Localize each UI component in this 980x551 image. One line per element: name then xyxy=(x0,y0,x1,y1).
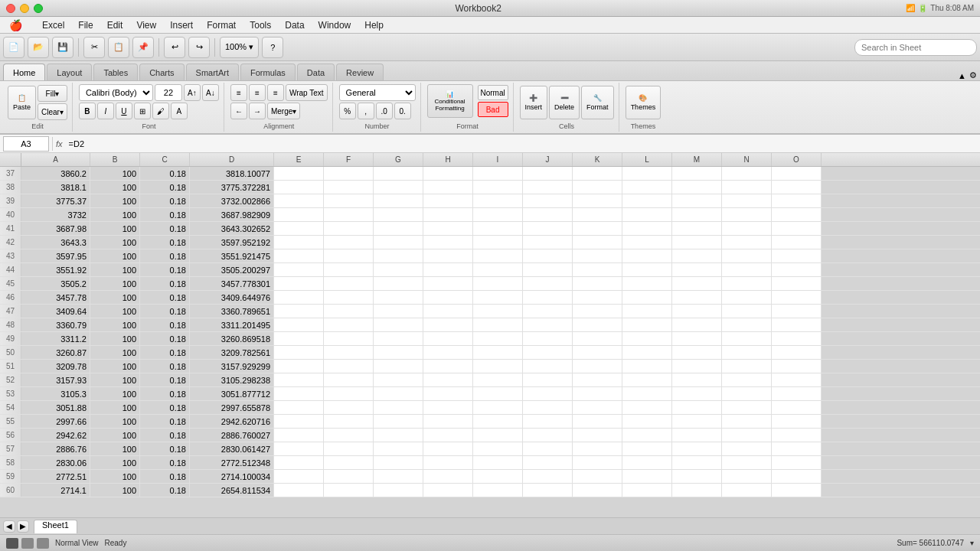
col-a-cell[interactable]: 3505.2 xyxy=(21,277,90,290)
col-a-cell[interactable]: 3105.3 xyxy=(21,387,90,400)
conditional-formatting-button[interactable]: 📊 Conditional Formatting xyxy=(427,84,473,118)
empty-cell[interactable] xyxy=(374,236,423,249)
help-toolbar-button[interactable]: ? xyxy=(262,37,283,58)
col-d-cell[interactable]: 3643.302652 xyxy=(190,222,274,235)
empty-cell[interactable] xyxy=(672,442,722,455)
empty-cell[interactable] xyxy=(622,456,672,469)
style-normal-box[interactable]: Normal xyxy=(478,85,508,100)
empty-cell[interactable] xyxy=(374,346,423,359)
col-c-cell[interactable]: 0.18 xyxy=(140,456,190,469)
col-a-cell[interactable]: 3818.1 xyxy=(21,181,90,194)
border-button[interactable]: ⊞ xyxy=(134,103,151,119)
col-d-cell[interactable]: 3311.201495 xyxy=(190,318,274,331)
empty-cell[interactable] xyxy=(722,429,772,442)
empty-cell[interactable] xyxy=(772,194,822,207)
empty-cell[interactable] xyxy=(672,415,722,428)
col-c-cell[interactable]: 0.18 xyxy=(140,305,190,318)
empty-cell[interactable] xyxy=(622,387,672,400)
empty-cell[interactable] xyxy=(573,291,622,304)
col-d-cell[interactable]: 3051.877712 xyxy=(190,387,274,400)
empty-cell[interactable] xyxy=(423,263,473,276)
empty-cell[interactable] xyxy=(324,360,374,373)
empty-cell[interactable] xyxy=(672,181,722,194)
menu-file[interactable]: File xyxy=(72,19,99,31)
col-b-cell[interactable]: 100 xyxy=(90,456,140,469)
empty-cell[interactable] xyxy=(473,387,523,400)
empty-cell[interactable] xyxy=(672,484,722,497)
empty-cell[interactable] xyxy=(722,208,772,221)
col-d-cell[interactable]: 3687.982909 xyxy=(190,208,274,221)
empty-cell[interactable] xyxy=(473,277,523,290)
col-header-l[interactable]: L xyxy=(622,153,672,166)
empty-cell[interactable] xyxy=(473,401,523,414)
empty-cell[interactable] xyxy=(473,291,523,304)
col-a-cell[interactable]: 2714.1 xyxy=(21,484,90,497)
menu-window[interactable]: Window xyxy=(312,19,358,31)
empty-cell[interactable] xyxy=(573,222,622,235)
col-b-cell[interactable]: 100 xyxy=(90,484,140,497)
empty-cell[interactable] xyxy=(324,167,374,180)
empty-cell[interactable] xyxy=(573,387,622,400)
empty-cell[interactable] xyxy=(573,360,622,373)
empty-cell[interactable] xyxy=(473,415,523,428)
empty-cell[interactable] xyxy=(274,373,324,386)
empty-cell[interactable] xyxy=(672,236,722,249)
tab-charts[interactable]: Charts xyxy=(139,64,184,80)
empty-cell[interactable] xyxy=(274,318,324,331)
col-c-cell[interactable]: 0.18 xyxy=(140,429,190,442)
col-d-cell[interactable]: 2942.620716 xyxy=(190,415,274,428)
empty-cell[interactable] xyxy=(672,401,722,414)
minimize-button[interactable] xyxy=(20,4,29,13)
empty-cell[interactable] xyxy=(423,373,473,386)
empty-cell[interactable] xyxy=(573,484,622,497)
col-d-cell[interactable]: 2997.655878 xyxy=(190,401,274,414)
empty-cell[interactable] xyxy=(473,456,523,469)
empty-cell[interactable] xyxy=(622,222,672,235)
col-b-cell[interactable]: 100 xyxy=(90,236,140,249)
empty-cell[interactable] xyxy=(473,263,523,276)
empty-cell[interactable] xyxy=(423,484,473,497)
empty-cell[interactable] xyxy=(523,484,573,497)
empty-cell[interactable] xyxy=(672,360,722,373)
col-a-cell[interactable]: 3260.87 xyxy=(21,346,90,359)
empty-cell[interactable] xyxy=(523,305,573,318)
empty-cell[interactable] xyxy=(523,167,573,180)
empty-cell[interactable] xyxy=(473,318,523,331)
col-b-cell[interactable]: 100 xyxy=(90,222,140,235)
zoom-box[interactable]: 100% ▾ xyxy=(220,37,259,58)
cut-button[interactable]: ✂ xyxy=(83,37,105,58)
col-a-cell[interactable]: 3209.78 xyxy=(21,360,90,373)
col-b-cell[interactable]: 100 xyxy=(90,181,140,194)
menu-insert[interactable]: Insert xyxy=(164,19,199,31)
empty-cell[interactable] xyxy=(622,318,672,331)
col-b-cell[interactable]: 100 xyxy=(90,332,140,345)
empty-cell[interactable] xyxy=(274,277,324,290)
empty-cell[interactable] xyxy=(374,249,423,262)
col-b-cell[interactable]: 100 xyxy=(90,263,140,276)
col-header-b[interactable]: B xyxy=(90,153,140,166)
empty-cell[interactable] xyxy=(324,429,374,442)
empty-cell[interactable] xyxy=(423,470,473,483)
col-b-cell[interactable]: 100 xyxy=(90,194,140,207)
empty-cell[interactable] xyxy=(672,277,722,290)
empty-cell[interactable] xyxy=(324,387,374,400)
empty-cell[interactable] xyxy=(274,208,324,221)
empty-cell[interactable] xyxy=(423,167,473,180)
empty-cell[interactable] xyxy=(622,277,672,290)
empty-cell[interactable] xyxy=(374,181,423,194)
col-header-h[interactable]: H xyxy=(423,153,473,166)
paste-button[interactable]: 📋 Paste xyxy=(8,86,36,119)
font-family-dropdown[interactable]: Calibri (Body) xyxy=(79,84,153,101)
empty-cell[interactable] xyxy=(772,484,822,497)
empty-cell[interactable] xyxy=(672,305,722,318)
col-b-cell[interactable]: 100 xyxy=(90,346,140,359)
empty-cell[interactable] xyxy=(423,249,473,262)
empty-cell[interactable] xyxy=(772,318,822,331)
empty-cell[interactable] xyxy=(772,442,822,455)
save-button[interactable]: 💾 xyxy=(52,37,74,58)
italic-button[interactable]: I xyxy=(97,103,114,119)
col-header-m[interactable]: M xyxy=(672,153,722,166)
empty-cell[interactable] xyxy=(722,442,772,455)
menu-edit[interactable]: Edit xyxy=(101,19,129,31)
empty-cell[interactable] xyxy=(324,470,374,483)
